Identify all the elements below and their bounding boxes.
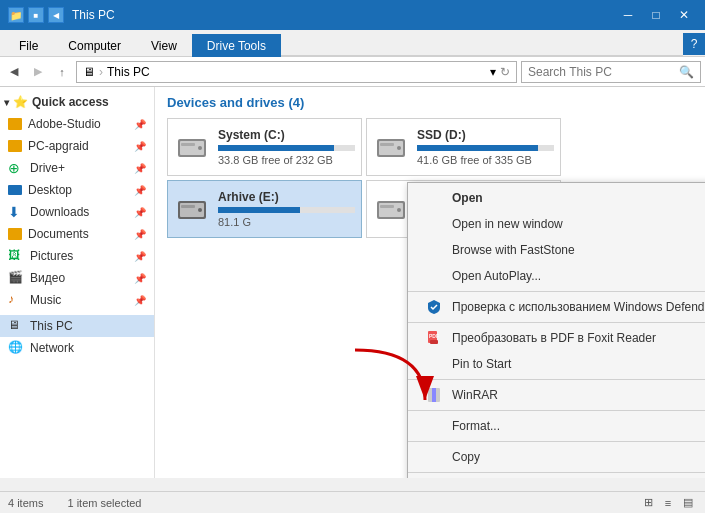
- ctx-winrar[interactable]: WinRAR ▶: [408, 382, 705, 408]
- section-title: Devices and drives (4): [167, 95, 693, 110]
- ctx-separator-5: [408, 441, 705, 442]
- tab-file[interactable]: File: [4, 34, 53, 57]
- back-button[interactable]: ◀: [4, 62, 24, 82]
- ctx-browse-icon: [424, 240, 444, 260]
- folder-icon: [8, 140, 22, 152]
- sidebar-item-label: Network: [30, 341, 74, 355]
- path-dropdown[interactable]: ▾: [490, 65, 496, 79]
- ctx-open[interactable]: Open: [408, 185, 705, 211]
- drive-c-name: System (C:): [218, 128, 355, 142]
- downloads-icon: ⬇: [8, 204, 24, 220]
- driveplus-icon: ⊕: [8, 160, 24, 176]
- ctx-separator-1: [408, 291, 705, 292]
- ctx-open-new-window[interactable]: Open in new window: [408, 211, 705, 237]
- details-view[interactable]: ≡: [659, 494, 677, 512]
- ctx-open-autoplay[interactable]: Open AutoPlay...: [408, 263, 705, 289]
- drive-c-info: System (C:) 33.8 GB free of 232 GB: [218, 128, 355, 166]
- sidebar-item-label: Pictures: [30, 249, 73, 263]
- sidebar-item-network[interactable]: 🌐 Network: [0, 337, 154, 359]
- sidebar-item-pc-apgraid[interactable]: PC-apgraid 📌: [0, 135, 154, 157]
- refresh-icon[interactable]: ↻: [500, 65, 510, 79]
- svg-text:PDF: PDF: [429, 333, 439, 339]
- status-bar: 4 items 1 item selected ⊞ ≡ ▤: [0, 491, 705, 513]
- drive-c-size: 33.8 GB free of 232 GB: [218, 154, 355, 166]
- selected-count: 1 item selected: [67, 497, 141, 509]
- ctx-format[interactable]: Format...: [408, 413, 705, 439]
- ctx-autoplay-label: Open AutoPlay...: [452, 269, 541, 283]
- network-icon: 🌐: [8, 340, 24, 356]
- sidebar-item-downloads[interactable]: ⬇ Downloads 📌: [0, 201, 154, 223]
- drive-e-size: 81.1 G: [218, 216, 355, 228]
- ctx-pin-start[interactable]: Pin to Start: [408, 351, 705, 377]
- tab-drive-tools[interactable]: Drive Tools: [192, 34, 281, 57]
- drive-e-fill: [218, 207, 300, 213]
- search-box: 🔍: [521, 61, 701, 83]
- view-icons: ⊞ ≡ ▤: [639, 494, 697, 512]
- this-pc-icon: 🖥: [8, 318, 24, 334]
- pin-icon: 📌: [134, 163, 146, 174]
- drive-c[interactable]: System (C:) 33.8 GB free of 232 GB: [167, 118, 362, 176]
- video-icon: 🎬: [8, 270, 24, 286]
- drive-e[interactable]: Arhive (E:) 81.1 G: [167, 180, 362, 238]
- sidebar-item-label: Adobe-Studio: [28, 117, 101, 131]
- path-icon: 🖥: [83, 65, 95, 79]
- ribbon: File Computer View Drive Tools ?: [0, 30, 705, 57]
- ctx-open-icon: [424, 188, 444, 208]
- ctx-pdf[interactable]: PDF Преобразовать в PDF в Foxit Reader: [408, 325, 705, 351]
- sidebar-item-pictures[interactable]: 🖼 Pictures 📌: [0, 245, 154, 267]
- forward-button[interactable]: ▶: [28, 62, 48, 82]
- large-icons-view[interactable]: ⊞: [639, 494, 657, 512]
- maximize-button[interactable]: □: [643, 5, 669, 25]
- sidebar-item-label: Downloads: [30, 205, 89, 219]
- folder-icon: [8, 118, 22, 130]
- sidebar: ▾ ⭐ Quick access Adobe-Studio 📌 PC-apgra…: [0, 87, 155, 478]
- sidebar-item-video[interactable]: 🎬 Видео 📌: [0, 267, 154, 289]
- ctx-open-new-label: Open in new window: [452, 217, 563, 231]
- list-view[interactable]: ▤: [679, 494, 697, 512]
- sidebar-item-drive-plus[interactable]: ⊕ Drive+ 📌: [0, 157, 154, 179]
- drive-e-info: Arhive (E:) 81.1 G: [218, 190, 355, 228]
- drive-e-name: Arhive (E:): [218, 190, 355, 204]
- pin-icon: 📌: [134, 295, 146, 306]
- drive-d-icon: [373, 129, 409, 165]
- quick-access-header[interactable]: ▾ ⭐ Quick access: [0, 91, 154, 113]
- ctx-defender[interactable]: Проверка с использованием Windows Defend…: [408, 294, 705, 320]
- minimize-button[interactable]: ─: [615, 5, 641, 25]
- svg-point-10: [198, 208, 202, 212]
- sidebar-item-label: Documents: [28, 227, 89, 241]
- tab-view[interactable]: View: [136, 34, 192, 57]
- search-input[interactable]: [528, 65, 679, 79]
- close-button[interactable]: ✕: [671, 5, 697, 25]
- drive-d-bar: [417, 145, 554, 151]
- title-bar-text: This PC: [72, 8, 115, 22]
- ctx-open-new-icon: [424, 214, 444, 234]
- ctx-format-icon: [424, 416, 444, 436]
- svg-rect-3: [181, 143, 195, 146]
- up-button[interactable]: ↑: [52, 62, 72, 82]
- ctx-create-shortcut[interactable]: Create shortcut: [408, 475, 705, 478]
- app-icon-small: ■: [28, 7, 44, 23]
- ctx-pdf-label: Преобразовать в PDF в Foxit Reader: [452, 331, 656, 345]
- path-text: This PC: [107, 65, 150, 79]
- pin-icon: 📌: [134, 119, 146, 130]
- ctx-separator-6: [408, 472, 705, 473]
- ctx-copy[interactable]: Copy: [408, 444, 705, 470]
- sidebar-item-label: Drive+: [30, 161, 65, 175]
- sidebar-item-adobe-studio[interactable]: Adobe-Studio 📌: [0, 113, 154, 135]
- sidebar-item-music[interactable]: ♪ Music 📌: [0, 289, 154, 311]
- quick-access-arrow: ▾: [4, 97, 9, 108]
- drive-d[interactable]: SSD (D:) 41.6 GB free of 335 GB: [366, 118, 561, 176]
- svg-point-14: [397, 208, 401, 212]
- sidebar-item-this-pc[interactable]: 🖥 This PC: [0, 315, 154, 337]
- drive-d-name: SSD (D:): [417, 128, 554, 142]
- help-button[interactable]: ?: [683, 33, 705, 55]
- sidebar-item-documents[interactable]: Documents 📌: [0, 223, 154, 245]
- tab-computer[interactable]: Computer: [53, 34, 136, 57]
- address-path[interactable]: 🖥 › This PC ▾ ↻: [76, 61, 517, 83]
- ctx-browse-faststone[interactable]: Browse with FastStone: [408, 237, 705, 263]
- drive-e-icon: [174, 191, 210, 227]
- ctx-browse-label: Browse with FastStone: [452, 243, 575, 257]
- ctx-separator-3: [408, 379, 705, 380]
- title-bar: 📁 ■ ◀ This PC ─ □ ✕: [0, 0, 705, 30]
- sidebar-item-desktop[interactable]: Desktop 📌: [0, 179, 154, 201]
